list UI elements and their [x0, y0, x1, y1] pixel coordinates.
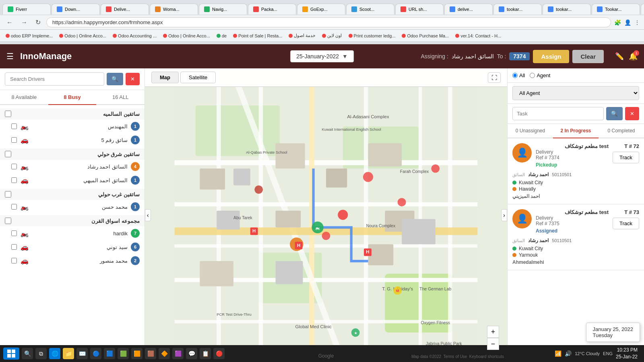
bookmark-de[interactable]: de — [214, 33, 229, 39]
task-input[interactable] — [512, 107, 604, 120]
track-button-72[interactable]: Track — [613, 152, 639, 163]
driver-checkbox[interactable] — [11, 258, 17, 263]
taskbar-explorer-icon[interactable]: 📁 — [63, 348, 74, 359]
bookmark-print[interactable]: Print customer ledg... — [346, 33, 398, 39]
clear-button[interactable]: Clear — [572, 50, 604, 63]
tab-inprogress[interactable]: 2 In Progress — [553, 124, 599, 138]
tab-goexp[interactable]: GoExp... — [297, 4, 345, 14]
bookmark-odoo-acct[interactable]: Odoo Accounting ... — [110, 33, 159, 39]
map-collapse-left-button[interactable]: ‹ — [145, 209, 151, 221]
satellite-button[interactable]: Satellite — [180, 72, 216, 83]
driver-checkbox[interactable] — [11, 230, 17, 236]
volume-icon[interactable]: 🔊 — [565, 350, 572, 357]
zoom-out-button[interactable]: − — [487, 338, 499, 350]
tab-url[interactable]: URL sh... — [395, 4, 444, 14]
driver-checkbox[interactable] — [11, 123, 17, 129]
tab-navig[interactable]: Navig... — [199, 4, 247, 14]
bookmark-online[interactable]: اون لاين — [320, 32, 344, 39]
list-item[interactable]: 🚗 السائق احمد الميهي 1 — [0, 173, 144, 187]
tab-down[interactable]: Down... — [52, 4, 100, 14]
task-clear-button[interactable]: ✕ — [625, 107, 639, 120]
taskbar-task-view-icon[interactable]: ⧉ — [35, 348, 47, 359]
group-checkbox-aswaq[interactable] — [5, 218, 11, 224]
taskbar-app2-icon[interactable]: 🟦 — [104, 348, 115, 359]
radio-all[interactable] — [512, 73, 518, 78]
tab-delive3[interactable]: delive... — [641, 4, 644, 14]
tab-all[interactable]: 16 ALL — [96, 90, 144, 105]
notification-icon[interactable]: 🔔 1 — [629, 52, 638, 61]
tab-delive[interactable]: Delive... — [101, 4, 149, 14]
taskbar-app9-icon[interactable]: 📋 — [200, 348, 211, 359]
taskbar-app7-icon[interactable]: 🟪 — [172, 348, 184, 359]
taskbar-app6-icon[interactable]: 🔶 — [159, 348, 170, 359]
driver-checkbox[interactable] — [11, 137, 17, 143]
list-item[interactable]: 🚗 سيد توني 6 — [0, 240, 144, 254]
list-item[interactable]: 🏍️ المهندس 1 — [0, 119, 144, 133]
tab-available[interactable]: 8 Available — [0, 90, 48, 105]
radio-agent-label[interactable]: Agent — [530, 72, 550, 78]
driver-checkbox[interactable] — [11, 204, 17, 210]
tab-unassigned[interactable]: 0 Unassigned — [508, 124, 553, 138]
map-fullscreen-button[interactable]: ⛶ — [488, 72, 501, 83]
bookmark-khidma[interactable]: خدمة اصول — [286, 32, 318, 39]
tab-busy[interactable]: 8 Busy — [48, 90, 97, 105]
bookmark-odoo-purchase[interactable]: Odoo Purchase Ma... — [399, 33, 451, 39]
search-button[interactable]: 🔍 — [107, 73, 123, 85]
list-item[interactable]: 🚗 سائق رقم 5 1 — [0, 133, 144, 147]
driver-checkbox[interactable] — [11, 244, 17, 250]
date-picker[interactable]: 25-January-2022 ▼ — [290, 50, 354, 62]
edit-icon[interactable]: ✏️ — [615, 52, 624, 61]
taskbar-app10-icon[interactable]: 🔴 — [213, 348, 225, 359]
extensions-icon[interactable]: 🧩 — [614, 19, 621, 26]
map-collapse-right-button[interactable]: › — [501, 209, 507, 221]
radio-agent[interactable] — [530, 73, 535, 78]
start-button[interactable] — [3, 348, 19, 360]
reload-button[interactable]: ↻ — [33, 18, 43, 27]
settings-icon[interactable]: ⋮ — [634, 19, 640, 26]
taskbar-clock[interactable]: 10:23 PM 25-Jan-22 — [616, 347, 641, 360]
tab-scoot[interactable]: Scoot... — [346, 4, 394, 14]
profile-icon[interactable]: 👤 — [624, 19, 631, 26]
taskbar-app4-icon[interactable]: 🟧 — [131, 348, 142, 359]
group-header-sharqhawalli[interactable]: سائقين شرق حولي — [0, 148, 144, 160]
group-checkbox-sharq[interactable] — [5, 151, 11, 157]
tab-fiverr[interactable]: Fiverr — [2, 4, 51, 14]
list-item[interactable]: 🏍️ محمد حسن 1 — [0, 200, 144, 214]
tab-tookar2[interactable]: tookar... — [543, 4, 591, 14]
taskbar-edge-icon[interactable]: 🌐 — [49, 348, 60, 359]
bookmark-odoo-online[interactable]: Odoo | Online Acco... — [57, 33, 109, 39]
tab-woman[interactable]: Woma... — [150, 4, 198, 14]
forward-button[interactable]: → — [19, 18, 30, 27]
map-button[interactable]: Map — [151, 72, 179, 83]
network-icon[interactable]: 📶 — [555, 350, 561, 357]
zoom-in-button[interactable]: + — [487, 326, 499, 338]
task-search-button[interactable]: 🔍 — [606, 107, 623, 120]
tab-packa[interactable]: Packa... — [248, 4, 296, 14]
taskbar-mail-icon[interactable]: ✉️ — [76, 348, 88, 359]
track-button-73[interactable]: Track — [613, 218, 639, 229]
taskbar-search-icon[interactable]: 🔍 — [22, 348, 33, 359]
bookmark-odoo-online2[interactable]: Odoo | Online Acco... — [161, 33, 213, 39]
group-checkbox-salmiya[interactable] — [5, 111, 11, 117]
tab-delive2[interactable]: delive... — [444, 4, 493, 14]
list-item[interactable]: 🏍️ السائق احمد رشاد 4 — [0, 160, 144, 173]
bookmark-ver14[interactable]: ver.14: Contact - H... — [453, 33, 504, 39]
list-item[interactable]: 🚗 محمد منصور 2 — [0, 254, 144, 267]
group-header-gharb[interactable]: سائقين غرب حولي — [0, 189, 144, 200]
driver-checkbox[interactable] — [11, 177, 17, 183]
search-input[interactable] — [5, 72, 104, 86]
address-input[interactable] — [46, 17, 611, 27]
tab-tookar[interactable]: tookar... — [493, 4, 542, 14]
back-button[interactable]: ← — [4, 18, 15, 27]
taskbar-app3-icon[interactable]: 🟩 — [118, 348, 129, 359]
group-checkbox-gharb[interactable] — [5, 191, 11, 197]
list-item[interactable]: 🏍️ hardik 7 — [0, 226, 144, 240]
driver-checkbox[interactable] — [11, 164, 17, 169]
bookmark-odoo-erp[interactable]: odoo ERP Impleme... — [3, 33, 55, 39]
taskbar-app8-icon[interactable]: 💬 — [186, 348, 197, 359]
agent-select[interactable]: All Agent — [512, 86, 639, 100]
radio-all-label[interactable]: All — [512, 72, 525, 78]
group-header-aswaq[interactable]: مجموعه اسواق القرن — [0, 215, 144, 226]
search-clear-button[interactable]: ✕ — [126, 73, 140, 85]
bookmark-pos[interactable]: Point of Sale | Resta... — [231, 33, 285, 39]
